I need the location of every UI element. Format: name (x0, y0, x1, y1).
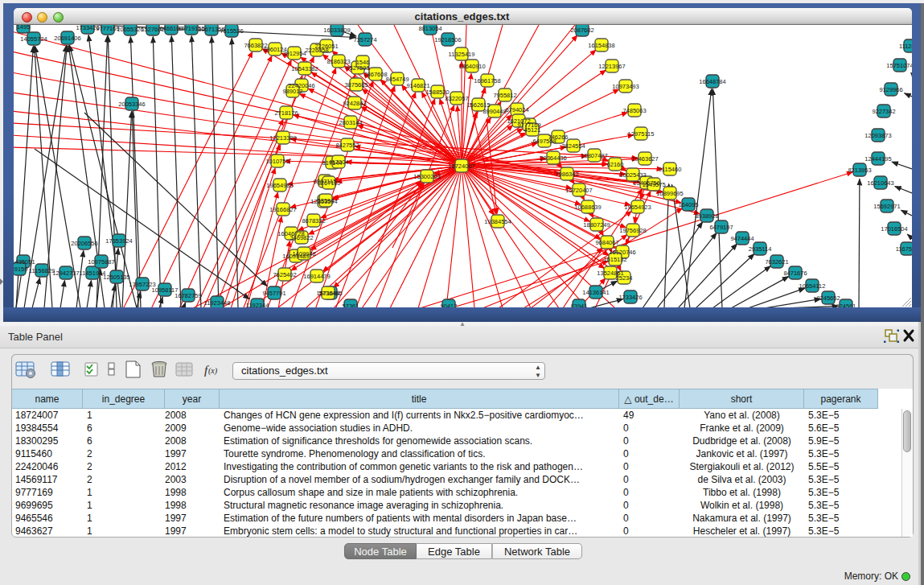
svg-text:7485063: 7485063 (622, 107, 646, 114)
svg-text:8471676: 8471676 (783, 270, 807, 277)
svg-text:16914479: 16914479 (303, 273, 330, 280)
svg-text:10655326: 10655326 (117, 26, 143, 33)
svg-text:8322057: 8322057 (445, 95, 468, 102)
svg-text:3912954: 3912954 (282, 50, 306, 57)
svg-text:1549575: 1549575 (642, 181, 665, 188)
svg-text:10543382: 10543382 (291, 65, 318, 72)
svg-text:19463627: 19463627 (631, 155, 658, 163)
svg-text:16154838: 16154838 (588, 42, 614, 49)
svg-text:8813054: 8813054 (418, 25, 441, 32)
svg-text:10973493: 10973493 (612, 83, 639, 90)
svg-text:10899695: 10899695 (656, 190, 683, 197)
svg-text:1192344: 1192344 (246, 302, 269, 308)
svg-text:11923448: 11923448 (204, 299, 231, 307)
svg-text:16210643: 16210643 (867, 179, 893, 187)
svg-text:16648784: 16648784 (699, 78, 725, 85)
svg-text:7515526: 7515526 (220, 27, 243, 35)
svg-text:15692971: 15692971 (873, 203, 900, 210)
svg-text:6479197: 6479197 (709, 224, 733, 231)
svg-text:2087682: 2087682 (570, 27, 593, 34)
svg-text:19756928: 19756928 (619, 227, 646, 234)
svg-text:18807249: 18807249 (583, 221, 610, 229)
svg-text:19166827: 19166827 (269, 206, 296, 213)
svg-text:19654985: 19654985 (266, 182, 293, 189)
svg-text:7625402: 7625402 (273, 271, 296, 278)
svg-text:8678332: 8678332 (302, 217, 325, 225)
svg-text:25234: 25234 (616, 274, 633, 282)
svg-text:12942737: 12942737 (52, 270, 79, 277)
svg-text:417004: 417004 (328, 159, 348, 166)
svg-text:2718176: 2718176 (274, 109, 298, 117)
svg-text:10688639: 10688639 (574, 204, 601, 211)
svg-text:2867608: 2867608 (363, 71, 387, 78)
svg-text:12093873: 12093873 (864, 132, 891, 139)
svg-text:15751074: 15751074 (886, 62, 912, 69)
svg-text:1409948: 1409948 (292, 250, 315, 257)
svg-text:6497568: 6497568 (532, 138, 556, 145)
svg-text:9474444: 9474444 (730, 235, 754, 242)
svg-text:9242843: 9242843 (343, 100, 366, 107)
svg-text:18724007: 18724007 (448, 163, 474, 170)
svg-text:19218506: 19218506 (434, 36, 461, 43)
svg-text:15300203: 15300203 (413, 173, 440, 180)
svg-text:1167533: 1167533 (896, 245, 912, 253)
svg-text:2226051: 2226051 (314, 43, 338, 50)
svg-text:9684067: 9684067 (595, 239, 618, 246)
svg-text:19384554: 19384554 (484, 218, 511, 225)
svg-text:11451944: 11451944 (80, 270, 106, 277)
svg-text:11156829: 11156829 (29, 267, 55, 274)
svg-text:1495: 1495 (17, 25, 31, 31)
svg-text:8213953: 8213953 (848, 167, 871, 174)
svg-text:12444195: 12444195 (864, 155, 891, 163)
svg-text:62160: 62160 (607, 161, 624, 168)
svg-text:20364436: 20364436 (540, 154, 566, 162)
svg-text:16033809: 16033809 (323, 27, 350, 34)
svg-text:17353924: 17353924 (105, 237, 132, 245)
svg-text:1615132: 1615132 (603, 256, 626, 263)
svg-text:20691406: 20691406 (54, 35, 80, 42)
svg-text:10654112: 10654112 (799, 282, 826, 290)
svg-text:20053346: 20053346 (118, 101, 145, 108)
svg-text:989012: 989012 (282, 88, 302, 95)
svg-text:39159: 39159 (14, 266, 27, 273)
svg-text:10975887: 10975887 (88, 258, 114, 266)
svg-text:1546: 1546 (356, 59, 370, 66)
svg-text:12213389: 12213389 (269, 134, 296, 142)
svg-text:9227342: 9227342 (872, 108, 895, 115)
svg-text:1010755: 1010755 (265, 158, 289, 165)
svg-text:9129966: 9129966 (879, 86, 902, 93)
svg-text:14136141: 14136141 (582, 289, 609, 296)
svg-text:(x): (x) (208, 366, 218, 376)
svg-text:3824554: 3824554 (561, 142, 585, 150)
svg-text:3875685: 3875685 (344, 81, 368, 89)
svg-text:16782759: 16782759 (175, 292, 201, 299)
svg-text:1435051: 1435051 (14, 258, 35, 266)
svg-text:19654923: 19654923 (624, 204, 651, 211)
svg-text:15720407: 15720407 (565, 187, 592, 194)
svg-text:2935114: 2935114 (749, 245, 772, 253)
svg-text:10025433: 10025433 (619, 171, 646, 179)
svg-text:9115460: 9115460 (659, 166, 682, 173)
svg-text:12975115: 12975115 (628, 130, 655, 138)
svg-text:11325419: 11325419 (449, 51, 475, 58)
svg-text:3469822: 3469822 (290, 234, 313, 241)
svg-text:164095: 164095 (678, 201, 698, 208)
svg-text:3267110: 3267110 (318, 179, 341, 187)
svg-text:12505135: 12505135 (103, 274, 129, 281)
svg-text:17016504: 17016504 (881, 225, 907, 233)
svg-text:16120746: 16120746 (609, 249, 635, 256)
svg-text:8938928: 8938928 (695, 212, 718, 220)
svg-text:53594: 53594 (318, 197, 335, 204)
svg-text:45121: 45121 (524, 126, 541, 134)
svg-text:7955812: 7955812 (493, 92, 516, 99)
svg-text:1733426: 1733426 (618, 294, 642, 301)
svg-text:20206556: 20206556 (71, 240, 97, 247)
svg-text:6794024: 6794024 (505, 106, 528, 113)
svg-text:8454749: 8454749 (385, 76, 409, 83)
svg-text:8427552: 8427552 (335, 142, 359, 149)
svg-text:14055724: 14055724 (20, 35, 47, 43)
svg-text:7632621: 7632621 (765, 258, 788, 266)
svg-text:1112433: 1112433 (899, 43, 912, 50)
svg-text:9777169: 9777169 (96, 25, 119, 32)
svg-text:16961758: 16961758 (474, 77, 500, 84)
